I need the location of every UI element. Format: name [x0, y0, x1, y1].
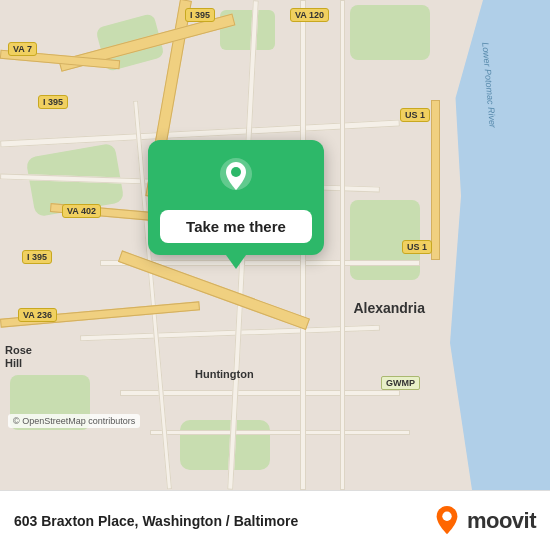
osm-attribution: © OpenStreetMap contributors — [8, 414, 140, 428]
footer-bar: 603 Braxton Place, Washington / Baltimor… — [0, 490, 550, 550]
moovit-pin-icon — [433, 505, 461, 537]
road — [340, 0, 345, 490]
park-area — [180, 420, 270, 470]
road-label-i395-bottom: I 395 — [22, 250, 52, 264]
road-label-gwmp: GWMP — [381, 376, 420, 390]
location-pin-icon — [214, 156, 258, 200]
road-label-us1-top: US 1 — [400, 108, 430, 122]
road-label-i395-top: I 395 — [185, 8, 215, 22]
road — [150, 430, 410, 435]
road-label-us1-mid: US 1 — [402, 240, 432, 254]
road-label-i395-left: I 395 — [38, 95, 68, 109]
take-me-there-button[interactable]: Take me there — [160, 210, 312, 243]
popup-card: Take me there — [148, 140, 324, 255]
footer-address-section: 603 Braxton Place, Washington / Baltimor… — [14, 513, 298, 529]
road-us1 — [431, 100, 440, 260]
city-label-huntington: Huntington — [195, 368, 254, 380]
svg-point-1 — [231, 167, 241, 177]
road-label-va120: VA 120 — [290, 8, 329, 22]
moovit-logo: moovit — [433, 505, 536, 537]
svg-point-2 — [442, 511, 451, 520]
park-area — [350, 5, 430, 60]
road-label-va402: VA 402 — [62, 204, 101, 218]
potomac-river — [450, 0, 550, 490]
moovit-logo-text: moovit — [467, 508, 536, 534]
map-container: I 395 I 395 I 395 VA 7 VA 120 US 1 US 1 … — [0, 0, 550, 490]
city-label-rosehill: RoseHill — [5, 344, 32, 370]
address-text: 603 Braxton Place, Washington / Baltimor… — [14, 513, 298, 529]
road-label-va236: VA 236 — [18, 308, 57, 322]
city-label-alexandria: Alexandria — [353, 300, 425, 316]
road-label-va7: VA 7 — [8, 42, 37, 56]
